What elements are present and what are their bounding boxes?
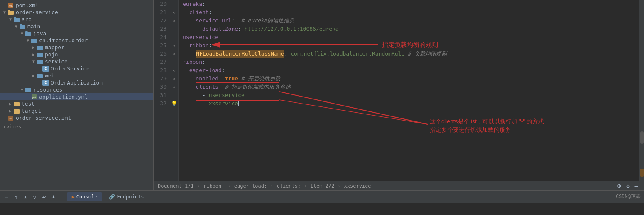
sidebar-item-order-service[interactable]: ▼ order-service (0, 9, 153, 16)
ln-23: 23 (154, 25, 167, 33)
iml-file-icon: iml (7, 115, 14, 121)
code-line-30: clients: # 指定饥饿加载的服务名称 (183, 83, 639, 91)
ln-24: 24 (154, 33, 167, 41)
sidebar-item-iml[interactable]: iml order-service.iml (0, 114, 153, 121)
toolbar-btn-add[interactable]: + (50, 193, 56, 201)
breadcrumb-doc: Document 1/1 (158, 183, 194, 189)
folder-icon (37, 52, 43, 58)
lightbulb-icon[interactable]: 💡 (171, 101, 177, 106)
code-key: userservice (183, 33, 218, 41)
line-numbers: 20 21 22 23 24 25 26 27 28 29 30 31 32 (154, 0, 170, 181)
vertical-scrollbar[interactable] (639, 0, 644, 181)
code-line-32: - xxservice (183, 99, 639, 108)
code-line-25: ribbon: (183, 41, 639, 50)
sidebar-item-label: application.yml (39, 94, 88, 100)
minimize-icon[interactable]: — (635, 183, 638, 189)
sidebar-item-label: test (22, 101, 34, 107)
expand-arrow: ▼ (2, 10, 7, 14)
annotation2-text-line1: 这个clients是个list，可以以换行加 "-" 的方式 (430, 118, 544, 125)
ln-22: 22 (154, 17, 167, 25)
ln-31: 31 (154, 91, 167, 99)
ln-27: 27 (154, 58, 167, 66)
folder-icon (7, 10, 14, 15)
sidebar-item-label: pom.xml (16, 2, 39, 8)
toolbar-btn-up[interactable]: ↑ (12, 193, 19, 201)
ln-25: 25 (154, 41, 167, 50)
gutter-30: ◇ (173, 83, 175, 91)
yml-file-icon: yml (31, 94, 37, 100)
panel-tabs: ≡ ↑ ⊞ ▽ ↩ + ▶ Console 🔗 Endpoints CSDN@茂… (0, 191, 644, 203)
expand-arrow: ▶ (31, 52, 37, 57)
editor-area[interactable]: 20 21 22 23 24 25 26 27 28 29 30 31 32 (154, 0, 644, 190)
ln-21: 21 (154, 8, 167, 17)
code-key: ribbon (189, 41, 209, 50)
ln-29: 29 (154, 75, 167, 83)
tab-console-label: Console (76, 194, 98, 200)
sidebar-item-label: java (33, 30, 46, 36)
gutter-22: ◇ (173, 17, 175, 25)
sidebar-item-label: order-service (16, 9, 58, 15)
breadcrumb-item: Item 2/2 (311, 183, 335, 189)
panel-content (0, 203, 644, 215)
expand-arrow: ▼ (31, 59, 37, 64)
code-key: enabled (196, 75, 218, 83)
sidebar-item-pojo[interactable]: ▶ pojo (0, 51, 153, 58)
sidebar-item-cn-itcast-order[interactable]: ▼ cn.itcast.order (0, 37, 153, 44)
folder-icon (13, 108, 20, 114)
code-value: com.netflix.loadbalancer.RandomRule (291, 50, 404, 58)
main-container: xml pom.xml ▼ order-service ▼ s (0, 0, 644, 215)
ln-26: 26 (154, 50, 167, 58)
svg-text:xml: xml (9, 4, 13, 7)
sidebar-item-application-yml[interactable]: yml application.yml (0, 93, 153, 100)
expand-arrow: ▼ (25, 38, 31, 43)
toolbar-btn-filter[interactable]: ▽ (31, 193, 38, 201)
status-bar: Document 1/1 › ribbon: › eager-load: › c… (154, 181, 644, 190)
sidebar-item-test[interactable]: ▶ test (0, 100, 153, 107)
sidebar-item-label: pojo (45, 51, 58, 58)
sidebar[interactable]: xml pom.xml ▼ order-service ▼ s (0, 0, 154, 190)
code-key: service-url (196, 17, 231, 25)
add-icon[interactable]: ⊕ (617, 182, 621, 190)
tab-endpoints[interactable]: 🔗 Endpoints (104, 192, 149, 201)
breadcrumb-xxservice: xxservice (344, 183, 371, 189)
bookmark-icon: ◇ (173, 43, 175, 48)
annotation2-text-line2: 指定多个要进行饥饿加载的服务 (429, 126, 511, 133)
gutter-28: ◇ (173, 66, 175, 75)
code-key: defaultZone (202, 25, 238, 33)
services-text: rvices (3, 124, 21, 130)
code-line-29: enabled: true # 开启饥饿加载 (183, 75, 639, 83)
code-key: client (189, 8, 209, 17)
sidebar-item-java[interactable]: ▼ java (0, 30, 153, 37)
settings-icon[interactable]: ⚙ (626, 183, 629, 189)
sidebar-item-order-service-class[interactable]: C OrderService (0, 65, 153, 72)
gutter-29: ◇ (173, 75, 175, 83)
bookmark-icon: ◇ (173, 85, 175, 89)
sidebar-item-target[interactable]: ▶ target (0, 107, 153, 114)
code-line-31: - userservice (183, 91, 639, 99)
toolbar-btn-list[interactable]: ≡ (3, 193, 10, 201)
sidebar-item-mapper[interactable]: ▶ mapper (0, 44, 153, 51)
toolbar-btn-undo[interactable]: ↩ (41, 193, 47, 201)
expand-arrow: ▼ (19, 31, 25, 36)
sidebar-item-resources[interactable]: ▼ resources (0, 86, 153, 93)
java-file-icon: C (42, 80, 49, 86)
gutter-32: 💡 (171, 99, 177, 108)
scrollbar-thumb[interactable] (640, 131, 644, 144)
expand-arrow: ▼ (7, 17, 13, 22)
folder-icon (31, 38, 37, 43)
toolbar-btn-grid[interactable]: ⊞ (22, 193, 29, 201)
sidebar-item-order-application[interactable]: C OrderApplication (0, 79, 153, 86)
code-list-item: userservice (209, 91, 245, 99)
folder-icon (25, 31, 32, 36)
code-lines[interactable]: eureka: client: service-url: # eureka的地址… (179, 0, 639, 181)
code-list-item: xxservice (209, 99, 238, 108)
sidebar-item-web[interactable]: ▶ web (0, 72, 153, 79)
tab-console[interactable]: ▶ Console (67, 192, 103, 201)
code-comment: # 开启饥饿加载 (241, 75, 280, 83)
sidebar-item-main[interactable]: ▼ main (0, 23, 153, 30)
sidebar-item-service[interactable]: ▼ service (0, 58, 153, 65)
sidebar-item-label: target (22, 108, 41, 114)
sidebar-item-pom-xml[interactable]: xml pom.xml (0, 2, 153, 9)
code-line-20: eureka: (183, 0, 639, 8)
sidebar-item-src[interactable]: ▼ src (0, 16, 153, 23)
